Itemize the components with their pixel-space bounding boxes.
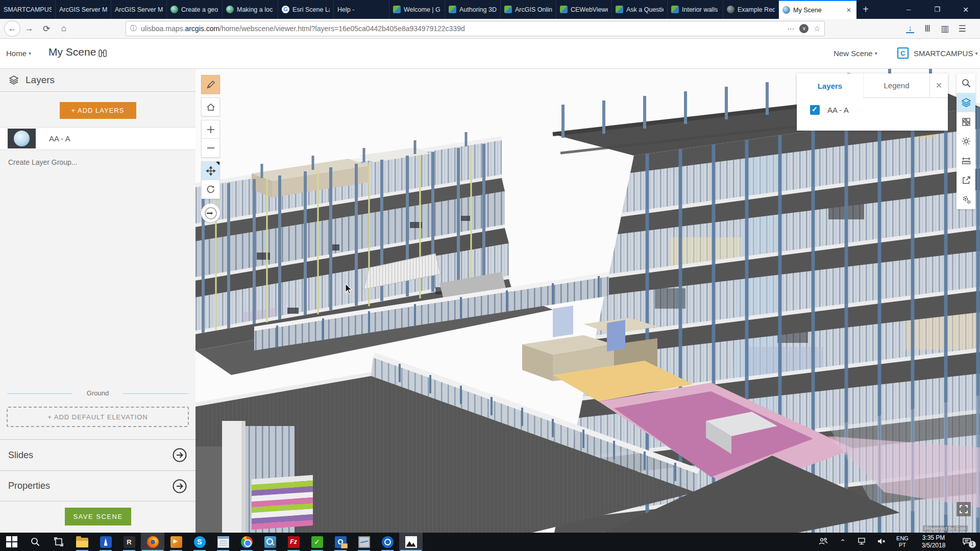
tab-cewebviewer[interactable]: CEWebViewe xyxy=(556,0,612,19)
taskbar-file-explorer[interactable] xyxy=(70,533,94,551)
fullscreen-button[interactable] xyxy=(957,502,971,516)
pan-mode-button[interactable] xyxy=(201,161,220,180)
tab-smartcampus[interactable]: SMARTCAMPUS - xyxy=(0,0,56,19)
tab-help[interactable]: Help - xyxy=(334,0,389,19)
taskbar-skype[interactable] xyxy=(188,533,211,551)
binoculars-icon[interactable] xyxy=(97,48,108,61)
start-button[interactable] xyxy=(0,533,23,551)
pocket-icon[interactable] xyxy=(799,24,808,33)
menu-hamburger-icon[interactable]: ☰ xyxy=(953,23,971,34)
site-info-icon[interactable]: ⓘ xyxy=(130,24,137,33)
tab-my-scene-active[interactable]: My Scene xyxy=(779,0,856,19)
daylight-button[interactable] xyxy=(957,132,975,151)
taskbar-blue-badge-app[interactable] xyxy=(94,533,117,551)
window-restore-button[interactable] xyxy=(923,0,951,19)
page-actions-icon[interactable]: ⋯ xyxy=(787,24,794,33)
network-icon[interactable] xyxy=(852,537,872,547)
action-center-button[interactable]: 1 xyxy=(953,537,980,547)
address-bar[interactable]: ⓘ ulisboa.maps.arcgis.com/home/webscene/… xyxy=(126,21,825,36)
taskbar-map-viewer[interactable] xyxy=(258,533,282,551)
zoom-in-button[interactable] xyxy=(201,120,220,139)
forward-button[interactable]: → xyxy=(20,23,38,34)
tab-making-a-loc[interactable]: Making a loc xyxy=(223,0,278,19)
tab-arcgis-server-1[interactable]: ArcGIS Server Ma xyxy=(56,0,111,19)
tab-close-icon[interactable] xyxy=(845,7,853,14)
window-close-button[interactable] xyxy=(951,0,980,19)
tab-layers[interactable]: Layers xyxy=(797,73,863,98)
plus-icon xyxy=(206,125,215,134)
new-scene-menu[interactable]: New Scene xyxy=(834,49,877,58)
compass-button[interactable] xyxy=(201,204,220,222)
taskbar-firefox[interactable] xyxy=(141,533,164,551)
new-tab-button[interactable] xyxy=(856,0,875,19)
dark-globe-favicon-icon xyxy=(727,6,734,13)
arrow-right-circle-icon[interactable] xyxy=(172,479,187,494)
taskbar-media-player[interactable] xyxy=(164,533,188,551)
bookmark-star-icon[interactable]: ☆ xyxy=(814,24,820,33)
home-button[interactable]: ⌂ xyxy=(55,23,72,34)
pan-icon xyxy=(206,166,216,176)
tab-welcome[interactable]: Welcome | G xyxy=(389,0,445,19)
account-menu[interactable]: SMARTCAMPUS xyxy=(914,49,977,58)
rotate-mode-button[interactable] xyxy=(201,180,220,199)
save-scene-button[interactable]: SAVE SCENE xyxy=(65,508,131,525)
task-view-button[interactable] xyxy=(47,533,70,551)
zoom-out-button[interactable] xyxy=(201,139,220,158)
slides-row[interactable]: Slides xyxy=(0,439,195,470)
add-default-elevation-button[interactable]: + ADD DEFAULT ELEVATION xyxy=(7,407,189,427)
edit-pencil-button[interactable] xyxy=(201,75,220,94)
tab-create-a-geo[interactable]: Create a geo xyxy=(167,0,223,19)
taskbar-notepad[interactable] xyxy=(211,533,235,551)
clock[interactable]: 3:35 PM 3/5/2018 xyxy=(914,534,953,549)
taskbar-filezilla[interactable] xyxy=(282,533,305,551)
taskbar-outlook[interactable] xyxy=(329,533,352,551)
layers-button[interactable] xyxy=(957,93,975,112)
reload-button[interactable]: ⟳ xyxy=(38,23,55,34)
taskbar-photos[interactable] xyxy=(399,533,423,551)
scene-3d-view[interactable] xyxy=(195,69,980,533)
properties-row[interactable]: Properties xyxy=(0,470,195,502)
taskbar-system-monitor[interactable] xyxy=(352,533,376,551)
tab-esri-scene[interactable]: Esri Scene La xyxy=(278,0,334,19)
tab-legend[interactable]: Legend xyxy=(863,73,929,98)
arrow-right-circle-icon[interactable] xyxy=(172,447,187,463)
back-button[interactable]: ← xyxy=(4,20,20,37)
initial-view-home-button[interactable] xyxy=(201,97,220,116)
esri-map-favicon-icon xyxy=(616,6,623,13)
panel-close-icon[interactable] xyxy=(929,73,948,98)
tab-title: Making a loc xyxy=(237,6,274,13)
volume-muted-icon[interactable] xyxy=(872,537,891,547)
add-layers-button[interactable]: + ADD LAYERS xyxy=(60,102,136,119)
tab-arcgis-server-2[interactable]: ArcGIS Server Ma xyxy=(111,0,167,19)
tab-example-red[interactable]: Example Redl xyxy=(723,0,779,19)
scene-viewport[interactable]: Layers Legend AA - A xyxy=(195,69,980,533)
library-icon[interactable]: Ⅲ xyxy=(919,23,936,34)
people-icon[interactable] xyxy=(814,537,833,547)
tab-authoring-3d[interactable]: Authoring 3D xyxy=(445,0,501,19)
search-button[interactable] xyxy=(957,73,975,93)
downloads-icon[interactable]: ↓ xyxy=(901,23,919,34)
taskbar-chrome[interactable] xyxy=(235,533,258,551)
measure-button[interactable] xyxy=(957,151,975,170)
tab-ask-a-question[interactable]: Ask a Questio xyxy=(612,0,668,19)
taskbar-green-check-app[interactable] xyxy=(305,533,329,551)
share-button[interactable] xyxy=(957,170,975,190)
tab-interior-walls[interactable]: Interior walls xyxy=(668,0,723,19)
language-indicator[interactable]: ENG PT xyxy=(891,535,914,548)
tab-arcgis-online[interactable]: ArcGIS Onlin xyxy=(501,0,556,19)
taskbar-blue-shield-app[interactable] xyxy=(376,533,399,551)
layer-list-item[interactable]: AA - A xyxy=(0,127,195,150)
sidebar-toggle-icon[interactable]: ▥ xyxy=(936,23,953,34)
layer-checkbox[interactable] xyxy=(810,105,820,115)
window-minimize-button[interactable] xyxy=(894,0,923,19)
account-avatar[interactable]: C xyxy=(897,47,909,59)
create-layer-group-link[interactable]: Create Layer Group... xyxy=(8,158,195,166)
url-text[interactable]: ulisboa.maps.arcgis.com/home/webscene/vi… xyxy=(141,24,782,33)
home-menu[interactable]: Home xyxy=(6,49,31,58)
hidden-icons-chevron-icon[interactable]: ⌃ xyxy=(833,538,852,546)
taskbar-search-button[interactable] xyxy=(23,533,47,551)
basemap-button[interactable] xyxy=(957,112,975,132)
taskbar-mremote-app[interactable] xyxy=(117,533,141,551)
tab-title: ArcGIS Onlin xyxy=(515,6,552,13)
settings-button[interactable] xyxy=(957,190,975,209)
